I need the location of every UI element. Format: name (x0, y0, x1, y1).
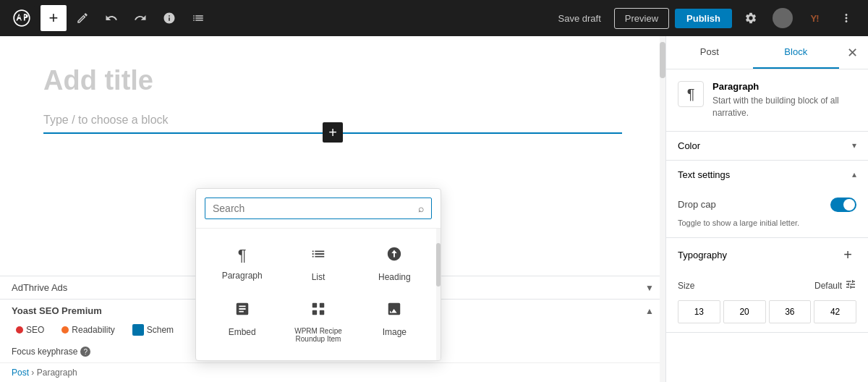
readability-dot-icon (61, 326, 69, 334)
text-settings-header[interactable]: Text settings ▴ (666, 161, 868, 189)
search-input-wrap: ⌕ (205, 198, 432, 219)
typography-header: Typography + (666, 238, 868, 273)
yoast-tab-seo[interactable]: SEO (12, 322, 48, 338)
redo-btn[interactable] (127, 5, 153, 31)
color-chevron-icon: ▾ (852, 140, 856, 150)
svg-rect-0 (312, 303, 317, 307)
font-size-options: 13 20 36 42 (678, 300, 856, 323)
size-label: Size (678, 281, 694, 291)
drop-cap-label: Drop cap (678, 199, 716, 210)
wp-logo-icon[interactable] (9, 5, 35, 31)
svg-rect-3 (320, 310, 324, 315)
typography-add-btn[interactable]: + (839, 247, 856, 264)
text-settings-label: Text settings (678, 169, 730, 180)
block-item-wprm[interactable]: WPRM Recipe Roundup Item (281, 292, 355, 352)
schema-tab-label: Schem (147, 325, 174, 335)
block-item-paragraph[interactable]: ¶ Paragraph (205, 237, 279, 291)
image-icon (386, 301, 402, 321)
block-item-image[interactable]: Image (357, 292, 432, 352)
adthrive-chevron-icon[interactable]: ▼ (645, 283, 654, 293)
drop-cap-row: Drop cap (678, 198, 856, 212)
yoast-tab-schema[interactable]: Schem (128, 322, 178, 338)
yoast-label: Yoast SEO Premium (12, 305, 102, 316)
font-size-20[interactable]: 20 (723, 300, 766, 323)
seo-tab-label: SEO (26, 325, 44, 335)
breadcrumb-separator: › (31, 368, 36, 378)
svg-rect-1 (320, 303, 324, 307)
toggle-knob (843, 199, 855, 211)
image-label: Image (383, 327, 407, 337)
font-size-42[interactable]: 42 (814, 300, 856, 323)
yoast-chevron-icon[interactable]: ▲ (645, 306, 654, 316)
embed-label: Embed (229, 327, 256, 337)
wprm-icon (310, 301, 326, 321)
size-controls: Default (814, 279, 856, 293)
edit-mode-btn[interactable] (69, 5, 95, 31)
breadcrumb-bar: Post › Paragraph (0, 362, 665, 382)
yoast-icon-btn[interactable]: Y! (801, 5, 827, 31)
typography-section: Typography + Size Default 13 (666, 238, 868, 333)
block-info-text: Paragraph Start with the building block … (712, 81, 856, 119)
paragraph-label: Paragraph (222, 271, 263, 281)
drop-cap-hint: Toggle to show a large initial letter. (678, 218, 856, 229)
editor-area: Add title Type / to choose a block + ⌕ (0, 36, 665, 382)
block-placeholder[interactable]: Type / to choose a block + (43, 114, 622, 134)
add-block-toolbar-btn[interactable]: + (41, 5, 67, 31)
size-value: Default (814, 281, 842, 291)
list-label: List (312, 272, 326, 282)
block-item-list[interactable]: List (281, 237, 355, 291)
text-settings-chevron-icon: ▴ (852, 169, 856, 179)
main-layout: Add title Type / to choose a block + ⌕ (0, 36, 868, 382)
text-settings-section: Text settings ▴ Drop cap Toggle to show … (666, 161, 868, 238)
breadcrumb-current: Paragraph (37, 368, 77, 378)
color-section-header[interactable]: Color ▾ (666, 132, 868, 160)
block-info: ¶ Paragraph Start with the building bloc… (666, 69, 868, 132)
sidebar-header: Post Block ✕ (666, 36, 868, 69)
info-btn[interactable] (156, 5, 182, 31)
breadcrumb-post-link[interactable]: Post (12, 368, 29, 378)
save-draft-btn[interactable]: Save draft (551, 9, 608, 28)
color-section: Color ▾ (666, 132, 868, 161)
readability-tab-label: Readability (72, 325, 114, 335)
add-block-inline-btn[interactable]: + (323, 122, 343, 143)
text-settings-content: Drop cap Toggle to show a large initial … (666, 189, 868, 237)
preview-btn[interactable]: Preview (614, 8, 669, 29)
svg-rect-2 (312, 310, 317, 315)
block-search-input[interactable] (213, 203, 418, 214)
wprm-label: WPRM Recipe Roundup Item (286, 327, 349, 343)
help-icon[interactable]: ? (80, 347, 90, 357)
sidebar-close-btn[interactable]: ✕ (839, 40, 865, 66)
block-focus-line: + (43, 132, 622, 134)
block-picker-popup: ⌕ ¶ Paragraph List (195, 188, 441, 361)
settings-btn[interactable] (738, 5, 764, 31)
block-item-embed[interactable]: Embed (205, 292, 279, 352)
avatar-btn[interactable] (770, 5, 796, 31)
block-item-heading[interactable]: Heading (357, 237, 432, 291)
toolbar-right: Save draft Preview Publish Y! (551, 5, 859, 31)
tab-post[interactable]: Post (666, 36, 753, 69)
adthrive-label: AdThrive Ads (12, 282, 67, 293)
undo-btn[interactable] (98, 5, 124, 31)
heading-icon (386, 246, 402, 266)
typography-label[interactable]: Typography (678, 250, 727, 260)
post-title[interactable]: Add title (43, 65, 622, 96)
list-view-btn[interactable] (185, 5, 211, 31)
font-size-13[interactable]: 13 (678, 300, 720, 323)
block-icon-large: ¶ (678, 81, 704, 107)
typography-content: Size Default 13 20 36 42 (666, 273, 868, 332)
font-size-36[interactable]: 36 (769, 300, 812, 323)
drop-cap-toggle[interactable] (830, 198, 856, 212)
block-picker-grid: ¶ Paragraph List (196, 229, 441, 360)
sidebar-content: ¶ Paragraph Start with the building bloc… (666, 69, 868, 382)
seo-dot-icon (16, 326, 23, 334)
yoast-tab-readability[interactable]: Readability (57, 322, 119, 338)
sliders-icon[interactable] (845, 279, 856, 293)
tab-block[interactable]: Block (753, 36, 840, 69)
top-toolbar: + Save draft Preview Publish Y! (0, 0, 868, 36)
publish-btn[interactable]: Publish (675, 9, 732, 28)
block-info-title: Paragraph (712, 81, 856, 92)
more-options-btn[interactable] (833, 5, 859, 31)
focus-keyphrase-label: Focus keyphrase (12, 347, 77, 357)
block-info-desc: Start with the building block of all nar… (712, 95, 856, 119)
block-search-area: ⌕ (196, 189, 441, 229)
